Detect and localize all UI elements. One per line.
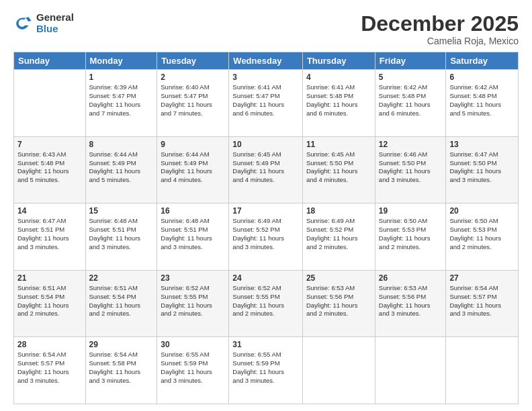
day-cell-w5-d6 (375, 337, 446, 404)
day-cell-w3-d6: 19Sunrise: 6:50 AM Sunset: 5:53 PM Dayli… (375, 203, 446, 271)
day-cell-w1-d4: 3Sunrise: 6:41 AM Sunset: 5:47 PM Daylig… (229, 70, 303, 137)
week-row-2: 7Sunrise: 6:43 AM Sunset: 5:48 PM Daylig… (14, 136, 519, 203)
day-cell-w2-d3: 9Sunrise: 6:44 AM Sunset: 5:49 PM Daylig… (157, 136, 229, 203)
day-number: 13 (449, 140, 515, 149)
day-cell-w5-d4: 31Sunrise: 6:55 AM Sunset: 5:59 PM Dayli… (229, 337, 303, 404)
day-number: 29 (89, 340, 154, 349)
logo-text: General Blue (36, 12, 74, 34)
day-number: 25 (306, 273, 371, 283)
day-number: 19 (379, 206, 443, 216)
day-number: 17 (232, 206, 299, 216)
day-number: 24 (232, 273, 299, 283)
col-monday: Monday (85, 52, 157, 70)
day-number: 5 (379, 73, 443, 82)
day-number: 3 (232, 73, 299, 82)
day-number: 23 (161, 273, 225, 283)
page: General Blue December 2025 Camelia Roja,… (0, 0, 532, 411)
day-number: 1 (89, 73, 154, 82)
location-subtitle: Camelia Roja, Mexico (361, 36, 519, 46)
header: General Blue December 2025 Camelia Roja,… (13, 12, 519, 46)
day-info: Sunrise: 6:47 AM Sunset: 5:51 PM Dayligh… (17, 217, 82, 251)
day-cell-w1-d3: 2Sunrise: 6:40 AM Sunset: 5:47 PM Daylig… (157, 70, 229, 137)
calendar-header: Sunday Monday Tuesday Wednesday Thursday… (14, 52, 519, 70)
day-number: 4 (306, 73, 371, 82)
day-info: Sunrise: 6:51 AM Sunset: 5:54 PM Dayligh… (17, 284, 82, 318)
month-title: December 2025 (361, 12, 519, 36)
day-info: Sunrise: 6:49 AM Sunset: 5:52 PM Dayligh… (232, 217, 299, 251)
day-number: 20 (449, 206, 515, 216)
day-cell-w3-d5: 18Sunrise: 6:49 AM Sunset: 5:52 PM Dayli… (302, 203, 375, 271)
week-row-3: 14Sunrise: 6:47 AM Sunset: 5:51 PM Dayli… (14, 203, 519, 271)
day-cell-w4-d3: 23Sunrise: 6:52 AM Sunset: 5:55 PM Dayli… (157, 270, 229, 337)
day-number: 10 (232, 140, 299, 149)
title-block: December 2025 Camelia Roja, Mexico (361, 12, 519, 46)
day-number: 9 (161, 140, 225, 149)
day-info: Sunrise: 6:43 AM Sunset: 5:48 PM Dayligh… (17, 150, 82, 185)
day-cell-w2-d2: 8Sunrise: 6:44 AM Sunset: 5:49 PM Daylig… (85, 136, 157, 203)
day-number: 15 (89, 206, 154, 216)
day-cell-w1-d2: 1Sunrise: 6:39 AM Sunset: 5:47 PM Daylig… (85, 70, 157, 137)
day-cell-w3-d7: 20Sunrise: 6:50 AM Sunset: 5:53 PM Dayli… (446, 203, 519, 271)
day-info: Sunrise: 6:54 AM Sunset: 5:57 PM Dayligh… (17, 351, 82, 385)
week-row-1: 1Sunrise: 6:39 AM Sunset: 5:47 PM Daylig… (14, 70, 519, 137)
day-number: 18 (306, 206, 371, 216)
day-info: Sunrise: 6:53 AM Sunset: 5:56 PM Dayligh… (379, 284, 443, 318)
calendar-body: 1Sunrise: 6:39 AM Sunset: 5:47 PM Daylig… (14, 70, 519, 404)
day-number: 26 (379, 273, 443, 283)
day-info: Sunrise: 6:41 AM Sunset: 5:48 PM Dayligh… (306, 83, 371, 118)
day-info: Sunrise: 6:50 AM Sunset: 5:53 PM Dayligh… (449, 217, 515, 251)
col-saturday: Saturday (446, 52, 519, 70)
day-cell-w1-d1 (14, 70, 86, 137)
day-number: 21 (17, 273, 82, 283)
day-cell-w4-d1: 21Sunrise: 6:51 AM Sunset: 5:54 PM Dayli… (14, 270, 86, 337)
day-number: 11 (306, 140, 371, 149)
day-info: Sunrise: 6:44 AM Sunset: 5:49 PM Dayligh… (161, 150, 225, 185)
day-number: 2 (161, 73, 225, 82)
day-number: 16 (161, 206, 225, 216)
header-row: Sunday Monday Tuesday Wednesday Thursday… (14, 52, 519, 70)
day-cell-w3-d4: 17Sunrise: 6:49 AM Sunset: 5:52 PM Dayli… (229, 203, 303, 271)
day-info: Sunrise: 6:42 AM Sunset: 5:48 PM Dayligh… (449, 83, 515, 118)
col-sunday: Sunday (14, 52, 86, 70)
day-cell-w2-d5: 11Sunrise: 6:45 AM Sunset: 5:50 PM Dayli… (302, 136, 375, 203)
day-cell-w4-d2: 22Sunrise: 6:51 AM Sunset: 5:54 PM Dayli… (85, 270, 157, 337)
day-info: Sunrise: 6:46 AM Sunset: 5:50 PM Dayligh… (379, 150, 443, 185)
day-cell-w4-d6: 26Sunrise: 6:53 AM Sunset: 5:56 PM Dayli… (375, 270, 446, 337)
logo-general-text: General (36, 12, 74, 24)
day-cell-w4-d7: 27Sunrise: 6:54 AM Sunset: 5:57 PM Dayli… (446, 270, 519, 337)
calendar-table: Sunday Monday Tuesday Wednesday Thursday… (13, 52, 519, 404)
day-info: Sunrise: 6:51 AM Sunset: 5:54 PM Dayligh… (89, 284, 154, 318)
day-info: Sunrise: 6:50 AM Sunset: 5:53 PM Dayligh… (379, 217, 443, 251)
day-cell-w5-d2: 29Sunrise: 6:54 AM Sunset: 5:58 PM Dayli… (85, 337, 157, 404)
day-info: Sunrise: 6:44 AM Sunset: 5:49 PM Dayligh… (89, 150, 154, 185)
day-cell-w2-d7: 13Sunrise: 6:47 AM Sunset: 5:50 PM Dayli… (446, 136, 519, 203)
day-number: 28 (17, 340, 82, 349)
day-info: Sunrise: 6:52 AM Sunset: 5:55 PM Dayligh… (161, 284, 225, 318)
day-number: 6 (449, 73, 515, 82)
day-info: Sunrise: 6:42 AM Sunset: 5:48 PM Dayligh… (379, 83, 443, 118)
day-number: 8 (89, 140, 154, 149)
day-cell-w5-d7 (446, 337, 519, 404)
day-cell-w2-d4: 10Sunrise: 6:45 AM Sunset: 5:49 PM Dayli… (229, 136, 303, 203)
day-cell-w1-d6: 5Sunrise: 6:42 AM Sunset: 5:48 PM Daylig… (375, 70, 446, 137)
day-info: Sunrise: 6:54 AM Sunset: 5:58 PM Dayligh… (89, 351, 154, 385)
day-info: Sunrise: 6:45 AM Sunset: 5:49 PM Dayligh… (232, 150, 299, 185)
day-info: Sunrise: 6:49 AM Sunset: 5:52 PM Dayligh… (306, 217, 371, 251)
day-number: 14 (17, 206, 82, 216)
day-info: Sunrise: 6:55 AM Sunset: 5:59 PM Dayligh… (161, 351, 225, 385)
day-number: 7 (17, 140, 82, 149)
day-cell-w1-d7: 6Sunrise: 6:42 AM Sunset: 5:48 PM Daylig… (446, 70, 519, 137)
logo-icon (13, 14, 32, 33)
day-info: Sunrise: 6:41 AM Sunset: 5:47 PM Dayligh… (232, 83, 299, 118)
day-info: Sunrise: 6:52 AM Sunset: 5:55 PM Dayligh… (232, 284, 299, 318)
day-info: Sunrise: 6:53 AM Sunset: 5:56 PM Dayligh… (306, 284, 371, 318)
col-wednesday: Wednesday (229, 52, 303, 70)
week-row-4: 21Sunrise: 6:51 AM Sunset: 5:54 PM Dayli… (14, 270, 519, 337)
day-info: Sunrise: 6:47 AM Sunset: 5:50 PM Dayligh… (449, 150, 515, 185)
day-info: Sunrise: 6:48 AM Sunset: 5:51 PM Dayligh… (89, 217, 154, 251)
day-cell-w5-d1: 28Sunrise: 6:54 AM Sunset: 5:57 PM Dayli… (14, 337, 86, 404)
day-info: Sunrise: 6:45 AM Sunset: 5:50 PM Dayligh… (306, 150, 371, 185)
day-info: Sunrise: 6:54 AM Sunset: 5:57 PM Dayligh… (449, 284, 515, 318)
day-cell-w5-d3: 30Sunrise: 6:55 AM Sunset: 5:59 PM Dayli… (157, 337, 229, 404)
logo: General Blue (13, 12, 74, 34)
